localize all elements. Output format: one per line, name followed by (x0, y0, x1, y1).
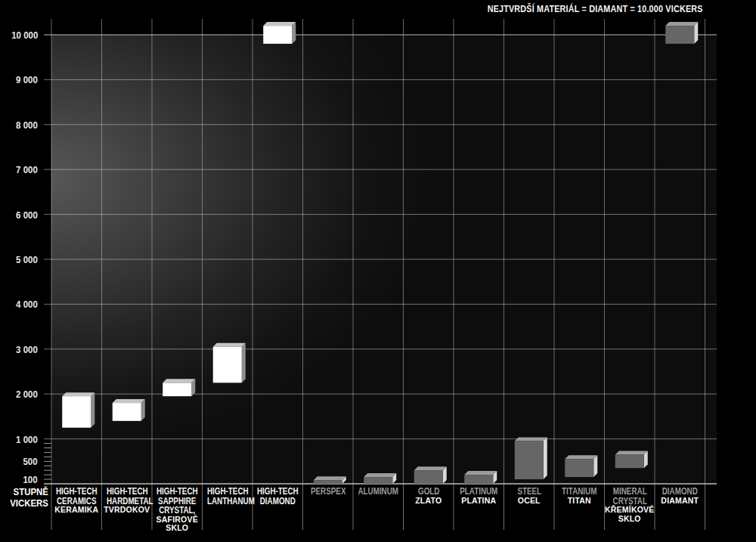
material-name-cz: TVRDOKOV (102, 506, 153, 515)
bar-top-face (414, 466, 447, 470)
bar-top-face (314, 476, 346, 480)
category-label-diamond: DIAMONDDIAMANT (655, 487, 705, 505)
bar-top-face (163, 379, 195, 382)
y-tick-label-8000: 8 000 (16, 119, 38, 130)
category-label-titanium: TITANIUMTITAN (554, 487, 605, 505)
material-name-cz: OCEL (504, 497, 555, 506)
bar-front-face (163, 382, 191, 396)
bar-front-face (213, 347, 242, 383)
material-name-cz: DIAMANT (655, 497, 705, 506)
y-tick-label-1000: 1 000 (16, 433, 38, 444)
bar-front-face (515, 441, 544, 479)
y-tick-label-9000: 9 000 (16, 74, 38, 85)
bar-high-tech-ceramics (62, 392, 94, 428)
material-name-en: GOLD (407, 487, 449, 497)
vickers-hardness-chart: NEJTVRDŠÍ MATERIÁL = DIAMANT = 10.000 VI… (0, 0, 756, 542)
material-name-en: DIAMOND (257, 497, 299, 506)
bar-front-face (464, 475, 493, 484)
bar-front-face (314, 480, 342, 484)
bar-top-face (364, 473, 396, 477)
bar-top-face (62, 392, 94, 396)
y-tick-label-7000: 7 000 (16, 164, 38, 175)
bar-side-face (544, 438, 547, 479)
bar-top-face (464, 471, 497, 475)
material-name-cz: KŘEMÍKOVÉ (605, 506, 655, 515)
bar-front-face (565, 459, 593, 477)
material-name-cz: TITAN (554, 497, 605, 506)
category-label-high-tech-diamond: HIGH-TECHDIAMOND (253, 487, 303, 506)
category-label-mineral-crystal: MINERALCRYSTALKŘEMÍKOVÉSKLO (605, 487, 655, 523)
y-axis-title: STUPNĚ VICKERS (6, 487, 48, 509)
category-label-high-tech-sapphire-crystal: HIGH-TECHSAPPHIRECRYSTAL,SAFIROVÉSKLO (152, 487, 203, 533)
category-label-steel: STEELOCEL (504, 487, 555, 505)
bar-steel (515, 438, 547, 479)
material-name-en: PLATINUM (458, 487, 500, 497)
category-label-perspex: PERSPEX (303, 487, 354, 497)
y-tick-label-100: 100 (23, 474, 38, 485)
material-name-en: DIAMOND (659, 487, 701, 497)
bar-side-face (141, 399, 145, 421)
bar-high-tech-lanthanum (213, 343, 246, 383)
category-label-high-tech-ceramics: HIGH-TECHCERAMICSKERAMIKA (51, 487, 102, 515)
y-tick-label-10000: 10 000 (11, 29, 38, 41)
bar-top-face (615, 451, 648, 454)
material-name-cz: KERAMIKA (51, 506, 102, 515)
material-name-cz: SKLO (152, 524, 203, 533)
bar-gold (414, 466, 447, 484)
y-axis-labels: 10 0009 0008 0007 0006 0005 0004 0003 00… (0, 0, 42, 499)
bar-high-tech-diamond (263, 22, 296, 44)
bar-aluminum (364, 473, 396, 484)
bar-front-face (615, 454, 644, 468)
bar-side-face (242, 343, 246, 383)
y-tick-label-500: 500 (23, 456, 38, 467)
y-tick-label-5000: 5 000 (16, 254, 38, 265)
material-name-en: HARDMETAL (106, 497, 147, 506)
material-name-en: ALUMINUM (358, 487, 399, 497)
bar-top-face (263, 22, 296, 26)
y-tick-label-3000: 3 000 (16, 343, 38, 355)
bar-front-face (263, 26, 292, 44)
bar-top-face (515, 438, 547, 441)
bar-platinum (464, 471, 497, 484)
category-label-aluminum: ALUMINUM (353, 487, 404, 497)
y-tick-label-4000: 4 000 (16, 299, 38, 310)
bar-front-face (665, 26, 694, 44)
material-name-en: CRYSTAL, (156, 506, 198, 516)
bar-side-face (694, 22, 698, 44)
bar-top-face (113, 399, 145, 403)
material-name-cz: ZLATO (404, 497, 454, 506)
material-name-cz: SKLO (605, 515, 655, 524)
bar-high-tech-hardmetal (113, 399, 145, 421)
bar-side-face (593, 455, 597, 477)
material-name-en: LANTHANUM (206, 497, 248, 506)
chart-canvas (0, 0, 756, 542)
chart-title: NEJTVRDŠÍ MATERIÁL = DIAMANT = 10.000 VI… (488, 4, 703, 14)
bar-titanium (565, 455, 597, 477)
material-name-en: CERAMICS (56, 497, 98, 506)
bar-front-face (62, 396, 91, 428)
bar-front-face (414, 470, 443, 484)
bar-side-face (91, 392, 94, 428)
material-name-en: STEEL (508, 487, 550, 497)
category-label-gold: GOLDZLATO (404, 487, 454, 505)
y-tick-label-2000: 2 000 (16, 389, 38, 400)
bar-diamond (665, 22, 698, 44)
y-tick-label-6000: 6 000 (16, 209, 38, 220)
y-axis-title-line1: STUPNĚ (6, 487, 48, 498)
bar-side-face (292, 22, 296, 44)
material-name-cz: PLATINA (454, 497, 504, 506)
category-label-high-tech-hardmetal: HIGH-TECHHARDMETALTVRDOKOV (102, 487, 153, 515)
material-name-en: TITANIUM (559, 487, 600, 497)
bar-mineral-crystal (615, 451, 648, 468)
bar-top-face (213, 343, 246, 347)
bar-perspex (314, 476, 346, 484)
bar-front-face (364, 477, 392, 484)
bar-top-face (565, 455, 597, 459)
category-label-high-tech-lanthanum: HIGH-TECHLANTHANUM (203, 487, 253, 506)
material-name-en: CRYSTAL (609, 497, 650, 506)
bar-high-tech-sapphire-crystal (163, 379, 195, 396)
bar-top-face (665, 22, 698, 26)
bar-front-face (113, 403, 141, 421)
material-name-en: PERSPEX (307, 487, 349, 497)
category-label-platinum: PLATINUMPLATINA (454, 487, 504, 505)
